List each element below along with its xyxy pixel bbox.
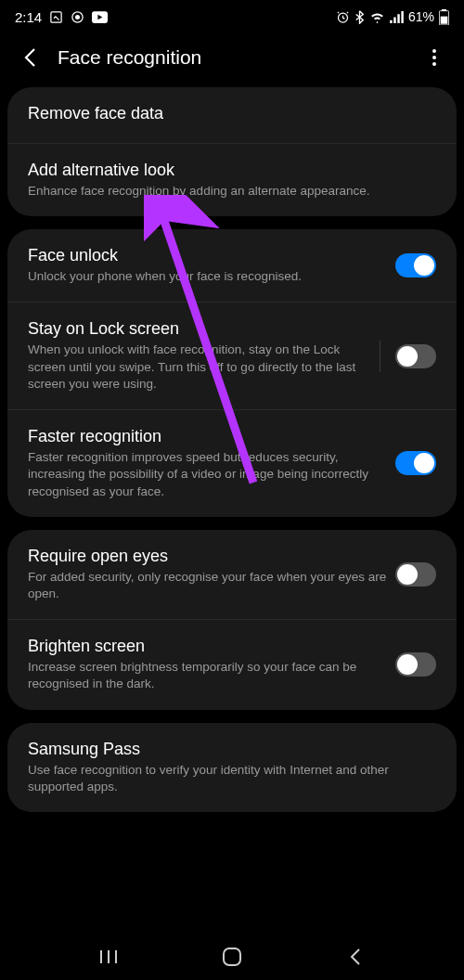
circle-icon <box>71 10 84 24</box>
item-title: Stay on Lock screen <box>28 319 365 339</box>
faster-recognition-toggle[interactable] <box>395 451 436 475</box>
item-title: Faster recognition <box>28 427 395 446</box>
require-open-eyes-item[interactable]: Require open eyes For added security, on… <box>7 530 457 620</box>
item-subtitle: Increase screen brightness temporarily s… <box>28 659 395 692</box>
navigation-bar <box>0 934 464 980</box>
item-subtitle: Enhance face recognition by adding an al… <box>28 183 436 200</box>
settings-content: Remove face data Add alternative look En… <box>0 87 464 812</box>
item-subtitle: Use face recognition to verify your iden… <box>28 762 436 795</box>
recents-button[interactable] <box>97 946 120 968</box>
item-title: Brighten screen <box>28 637 395 656</box>
brighten-screen-item[interactable]: Brighten screen Increase screen brightne… <box>7 620 457 709</box>
svg-rect-11 <box>441 16 448 23</box>
item-title: Require open eyes <box>28 547 395 566</box>
status-time: 2:14 <box>15 9 42 25</box>
home-button[interactable] <box>221 946 243 968</box>
app-bar: Face recognition <box>0 33 464 87</box>
stay-on-lock-screen-toggle[interactable] <box>395 344 436 368</box>
remove-face-data-item[interactable]: Remove face data <box>7 87 457 144</box>
svg-point-2 <box>75 15 80 19</box>
more-options-button[interactable] <box>423 49 445 66</box>
youtube-icon <box>92 11 108 23</box>
settings-group: Remove face data Add alternative look En… <box>7 87 457 216</box>
samsung-pass-item[interactable]: Samsung Pass Use face recognition to ver… <box>7 723 457 812</box>
image-icon <box>49 10 63 24</box>
face-unlock-item[interactable]: Face unlock Unlock your phone when your … <box>7 229 457 303</box>
toggle-divider <box>380 341 380 372</box>
brighten-screen-toggle[interactable] <box>395 652 436 677</box>
wifi-icon <box>369 11 385 23</box>
nav-back-button[interactable] <box>344 946 367 968</box>
settings-group: Samsung Pass Use face recognition to ver… <box>7 723 457 812</box>
battery-percentage: 61% <box>408 9 434 24</box>
faster-recognition-item[interactable]: Faster recognition Faster recognition im… <box>7 410 457 517</box>
svg-rect-5 <box>390 19 392 22</box>
item-subtitle: When you unlock with face recognition, s… <box>28 342 365 393</box>
face-unlock-toggle[interactable] <box>395 253 436 277</box>
add-alternative-look-item[interactable]: Add alternative look Enhance face recogn… <box>7 144 457 216</box>
item-title: Remove face data <box>28 104 436 123</box>
item-title: Face unlock <box>28 246 395 265</box>
item-title: Samsung Pass <box>28 740 436 759</box>
item-subtitle: Unlock your phone when your face is reco… <box>28 268 395 285</box>
back-button[interactable] <box>19 46 41 69</box>
stay-on-lock-screen-item[interactable]: Stay on Lock screen When you unlock with… <box>7 303 457 410</box>
require-open-eyes-toggle[interactable] <box>395 562 436 587</box>
page-title: Face recognition <box>58 46 423 69</box>
settings-group: Require open eyes For added security, on… <box>7 530 457 710</box>
bluetooth-icon <box>354 10 365 24</box>
status-bar: 2:14 61% <box>0 0 464 33</box>
svg-rect-7 <box>397 14 399 23</box>
item-title: Add alternative look <box>28 161 436 180</box>
svg-rect-6 <box>393 17 395 23</box>
settings-group: Face unlock Unlock your phone when your … <box>7 229 457 517</box>
item-subtitle: Faster recognition improves speed but re… <box>28 449 395 500</box>
svg-rect-8 <box>401 11 403 23</box>
item-subtitle: For added security, only recognise your … <box>28 569 395 602</box>
signal-icon <box>390 11 404 23</box>
alarm-icon <box>336 10 350 24</box>
svg-rect-16 <box>224 948 240 965</box>
status-left: 2:14 <box>15 9 108 25</box>
status-right: 61% <box>336 9 449 25</box>
battery-icon <box>439 9 449 25</box>
